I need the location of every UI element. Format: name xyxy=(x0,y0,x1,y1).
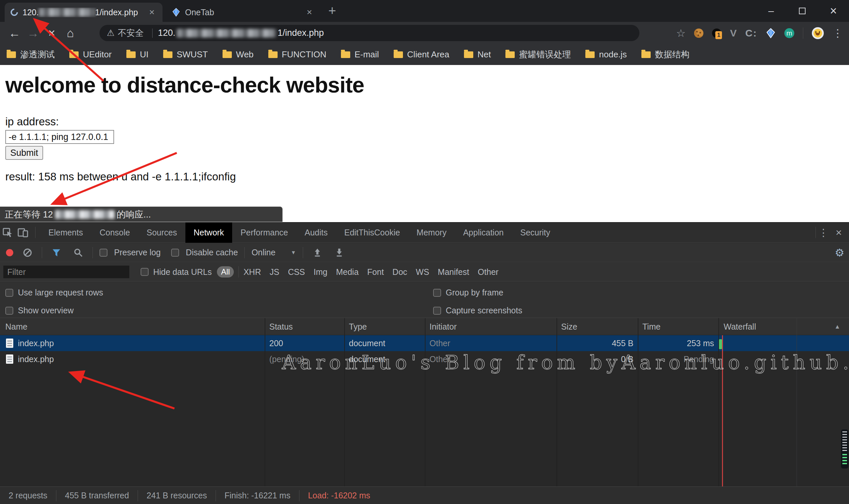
preserve-log-checkbox[interactable] xyxy=(100,249,107,257)
back-button[interactable]: ← xyxy=(5,26,24,40)
security-label[interactable]: 不安全 xyxy=(118,27,144,39)
devtools-tab-elements[interactable]: Elements xyxy=(40,222,91,243)
devtools-tab-sources[interactable]: Sources xyxy=(138,222,185,243)
column-header-time[interactable]: Time xyxy=(643,318,661,335)
submit-button[interactable]: Submit xyxy=(5,146,43,160)
filter-type-img[interactable]: Img xyxy=(314,267,328,277)
c-extension-icon[interactable]: C: xyxy=(745,28,757,39)
devtools-tab-application[interactable]: Application xyxy=(455,222,512,243)
filter-type-other[interactable]: Other xyxy=(478,267,499,277)
filter-type-ws[interactable]: WS xyxy=(416,267,429,277)
disable-cache-label[interactable]: Disable cache xyxy=(186,248,238,257)
dropdown-arrow-icon[interactable]: ▼ xyxy=(291,250,296,256)
bookmark-folder[interactable]: Web xyxy=(222,49,254,60)
bookmark-folder[interactable]: UEditor xyxy=(69,49,112,60)
filter-funnel-icon[interactable] xyxy=(49,248,64,258)
sort-ascending-icon[interactable]: ▲ xyxy=(834,318,841,335)
hide-data-urls-label[interactable]: Hide data URLs xyxy=(153,267,212,277)
column-header-status[interactable]: Status xyxy=(269,318,293,335)
clear-button[interactable] xyxy=(20,248,35,258)
bookmark-folder[interactable]: 渗透测试 xyxy=(7,49,55,60)
record-button[interactable] xyxy=(6,249,13,256)
bookmark-folder[interactable]: 数据结构 xyxy=(642,49,689,60)
filter-type-font[interactable]: Font xyxy=(367,267,384,277)
capture-screenshots-checkbox[interactable] xyxy=(433,307,441,315)
bookmark-folder[interactable]: Net xyxy=(464,49,491,60)
filter-type-css[interactable]: CSS xyxy=(288,267,305,277)
tab-onetab[interactable]: OneTab × xyxy=(166,3,320,22)
filter-type-xhr[interactable]: XHR xyxy=(243,267,261,277)
maximize-button[interactable] xyxy=(787,0,818,22)
bookmark-folder[interactable]: UI xyxy=(126,49,149,60)
address-bar[interactable]: ⚠ 不安全 120.1/index.php xyxy=(100,25,639,41)
devtools-tab-editthiscookie[interactable]: EditThisCookie xyxy=(336,222,408,243)
column-divider[interactable] xyxy=(557,318,557,486)
export-har-icon[interactable] xyxy=(332,248,347,258)
bookmark-folder[interactable]: E-mail xyxy=(341,49,379,60)
use-large-request-rows-label[interactable]: Use large request rows xyxy=(18,288,103,298)
network-settings-gear-icon[interactable]: ⚙ xyxy=(835,243,844,262)
column-header-size[interactable]: Size xyxy=(561,318,577,335)
column-divider[interactable] xyxy=(344,318,345,486)
devtools-menu-icon[interactable]: ⋮ xyxy=(816,227,831,238)
devtools-tab-network[interactable]: Network xyxy=(185,222,233,243)
scrollbar-minimap[interactable] xyxy=(841,429,848,469)
profile-avatar[interactable] xyxy=(812,27,824,39)
column-divider[interactable] xyxy=(265,318,265,486)
column-header-type[interactable]: Type xyxy=(349,318,367,335)
onetab-extension-icon[interactable] xyxy=(766,28,776,38)
new-tab-button[interactable]: + xyxy=(328,3,336,18)
devtools-tab-performance[interactable]: Performance xyxy=(232,222,296,243)
devtools-tab-audits[interactable]: Audits xyxy=(296,222,336,243)
devtools-tab-console[interactable]: Console xyxy=(91,222,138,243)
preserve-log-label[interactable]: Preserve log xyxy=(114,248,161,257)
browser-menu-icon[interactable]: ⋮ xyxy=(832,27,843,39)
ip-address-input[interactable] xyxy=(5,130,114,144)
bookmark-folder[interactable]: node.js xyxy=(585,49,627,60)
filter-type-media[interactable]: Media xyxy=(336,267,359,277)
group-by-frame-label[interactable]: Group by frame xyxy=(446,288,503,298)
devtools-tab-security[interactable]: Security xyxy=(512,222,559,243)
tab-index-php[interactable]: 120.1/index.php × xyxy=(5,3,163,22)
column-header-waterfall[interactable]: Waterfall xyxy=(724,318,756,335)
throttling-dropdown[interactable]: Online xyxy=(251,248,275,257)
filter-type-manifest[interactable]: Manifest xyxy=(438,267,469,277)
bookmark-folder[interactable]: SWUST xyxy=(163,49,208,60)
vue-devtools-extension-icon[interactable]: V xyxy=(730,28,737,39)
show-overview-checkbox[interactable] xyxy=(5,307,13,315)
devtools-tab-memory[interactable]: Memory xyxy=(408,222,455,243)
disable-cache-checkbox[interactable] xyxy=(171,249,179,257)
bookmark-star-icon[interactable]: ☆ xyxy=(676,27,686,39)
filter-input[interactable] xyxy=(3,266,129,278)
o-extension-icon[interactable]: 1 xyxy=(712,29,721,38)
inspect-element-icon[interactable] xyxy=(0,227,15,238)
bookmark-folder[interactable]: FUNCTION xyxy=(268,49,326,60)
column-divider[interactable] xyxy=(638,318,638,486)
devtools-close-icon[interactable]: × xyxy=(831,227,846,239)
device-toolbar-icon[interactable] xyxy=(15,227,31,238)
minimize-button[interactable]: – xyxy=(756,0,787,22)
bookmark-folder[interactable]: 蜜罐错误处理 xyxy=(505,49,571,60)
filter-type-js[interactable]: JS xyxy=(270,267,279,277)
capture-screenshots-label[interactable]: Capture screenshots xyxy=(446,306,522,315)
tab-close-icon[interactable]: × xyxy=(147,7,157,18)
column-header-initiator[interactable]: Initiator xyxy=(430,318,457,335)
bookmark-folder[interactable]: Client Area xyxy=(394,49,449,60)
filter-type-all[interactable]: All xyxy=(217,266,234,277)
tab-close-icon[interactable]: × xyxy=(305,7,314,18)
show-overview-label[interactable]: Show overview xyxy=(18,306,74,315)
hide-data-urls-checkbox[interactable] xyxy=(141,268,149,276)
m-extension-icon[interactable]: m xyxy=(784,28,794,38)
column-divider[interactable] xyxy=(425,318,426,486)
forward-button[interactable]: → xyxy=(24,26,42,40)
search-icon[interactable] xyxy=(71,248,86,258)
stop-button[interactable]: × xyxy=(42,26,61,40)
close-window-button[interactable]: × xyxy=(818,0,849,22)
cookie-extension-icon[interactable] xyxy=(694,29,703,38)
filter-type-doc[interactable]: Doc xyxy=(392,267,407,277)
home-button[interactable]: ⌂ xyxy=(61,26,79,40)
group-by-frame-checkbox[interactable] xyxy=(433,289,441,297)
use-large-request-rows-checkbox[interactable] xyxy=(5,289,13,297)
import-har-icon[interactable] xyxy=(310,248,325,258)
column-header-name[interactable]: Name xyxy=(5,318,28,335)
